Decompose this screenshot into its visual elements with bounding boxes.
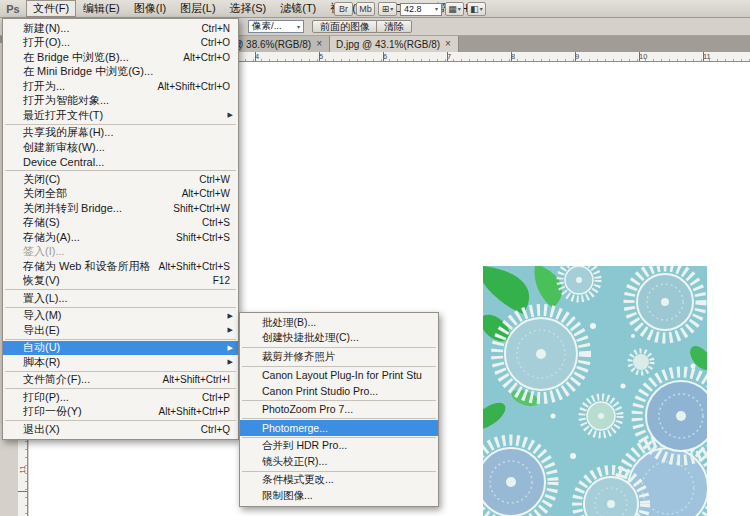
automate-submenu-item[interactable]: 创建快捷批处理(C)... [240, 331, 438, 347]
menu-item-shortcut: Shift+Ctrl+S [176, 232, 230, 243]
front-image-button[interactable]: 前面的图像 [312, 20, 378, 33]
automate-submenu-item[interactable]: Canon Print Studio Pro... [240, 383, 438, 399]
file-menu-item[interactable]: 打开(O)...Ctrl+O [3, 36, 238, 51]
file-menu-item[interactable]: 导入(M)▶ [3, 309, 238, 324]
menu-item-label: 在 Mini Bridge 中浏览(G)... [23, 64, 222, 79]
menu-item-shortcut: Ctrl+S [202, 217, 230, 228]
launch-bridge-button[interactable]: Br [334, 2, 353, 16]
file-menu-item[interactable]: 自动(U)▶ [3, 341, 238, 356]
file-menu-item[interactable]: 关闭全部Alt+Ctrl+W [3, 187, 238, 202]
resolution-unit-select[interactable]: 像素/... ▾ [248, 20, 304, 33]
photoshop-window: Ps 文件(F)编辑(E)图像(I)图层(L)选择(S)滤镜(T)视图(V)窗口… [0, 0, 750, 516]
tab-title: D.jpg @ 43.1%(RGB/8) [336, 39, 440, 50]
file-menu-item[interactable]: 脚本(R)▶ [3, 355, 238, 370]
dot-shape [551, 414, 556, 419]
automate-submenu-item[interactable]: Photomerge... [240, 420, 438, 436]
automate-submenu-separator [242, 400, 436, 401]
menu-bar: Ps 文件(F)编辑(E)图像(I)图层(L)选择(S)滤镜(T)视图(V)窗口… [0, 0, 750, 18]
file-menu-item[interactable]: 在 Bridge 中浏览(B)...Alt+Ctrl+O [3, 50, 238, 65]
menu-item-label: 裁剪并修齐照片 [262, 350, 422, 364]
menu-item-label: Photomerge... [262, 422, 422, 434]
document-tab[interactable]: D.jpg @ 43.1%(RGB/8)× [330, 36, 459, 52]
file-menu-item[interactable]: 打开为智能对象... [3, 94, 238, 109]
file-menu-item[interactable]: 存储为(A)...Shift+Ctrl+S [3, 230, 238, 245]
zoom-level-box[interactable]: 42.8▾ [400, 3, 442, 16]
file-menu-item[interactable]: 打印(P)...Ctrl+P [3, 390, 238, 405]
automate-submenu-separator [242, 347, 436, 348]
file-menu-item[interactable]: 在 Mini Bridge 中浏览(G)... [3, 65, 238, 80]
menu-item-label: 批处理(B)... [262, 316, 422, 330]
menu-item-shortcut: Alt+Shift+Ctrl+O [157, 81, 230, 92]
file-menu-item[interactable]: 打印一份(Y)Alt+Shift+Ctrl+P [3, 405, 238, 420]
file-menu-item[interactable]: 创建新审核(W)... [3, 140, 238, 155]
dot-shape [691, 364, 696, 369]
ruler-number: 11 [18, 466, 27, 474]
menu-item-label: 在 Bridge 中浏览(B)... [23, 50, 175, 65]
menubar-item-filter[interactable]: 滤镜(T) [273, 0, 323, 17]
launch-mini-bridge-button[interactable]: Mb [356, 2, 375, 16]
file-menu-item[interactable]: 共享我的屏幕(H)... [3, 126, 238, 141]
automate-submenu-item[interactable]: 裁剪并修齐照片 [240, 349, 438, 365]
menu-item-label: PhotoZoom Pro 7... [262, 403, 422, 415]
automate-submenu-item[interactable]: 批处理(B)... [240, 315, 438, 331]
dropdown-arrow-icon: ▾ [458, 6, 461, 12]
menubar-item-image[interactable]: 图像(I) [127, 0, 173, 17]
file-menu-item[interactable]: 打开为...Alt+Shift+Ctrl+O [3, 79, 238, 94]
submenu-arrow-icon: ▶ [228, 312, 233, 320]
ruler-number: 6 [383, 52, 387, 61]
file-menu-item[interactable]: 存储(S)Ctrl+S [3, 216, 238, 231]
file-menu-item[interactable]: 关闭(C)Ctrl+W [3, 172, 238, 187]
file-menu-item[interactable]: 最近打开文件(T)▶ [3, 108, 238, 123]
menu-item-label: 关闭全部 [23, 186, 174, 201]
file-menu-item[interactable]: 存储为 Web 和设备所用格式(D)...Alt+Shift+Ctrl+S [3, 259, 238, 274]
file-menu-item[interactable]: 签入(I)... [3, 245, 238, 260]
screen-mode-button[interactable]: ◧▾ [467, 2, 486, 16]
file-menu-item[interactable]: Device Central... [3, 155, 238, 170]
dropdown-arrow-icon: ▾ [390, 6, 393, 12]
file-menu-item[interactable]: 文件简介(F)...Alt+Shift+Ctrl+I [3, 373, 238, 388]
automate-submenu-item[interactable]: 限制图像... [240, 488, 438, 504]
file-menu-item[interactable]: 置入(L)... [3, 291, 238, 306]
menu-item-label: 创建快捷批处理(C)... [262, 331, 422, 345]
view-extras-button[interactable]: ⊞▾ [378, 2, 397, 16]
ruler-number: 11 [703, 52, 711, 61]
document-image[interactable] [483, 266, 707, 516]
resolution-unit-value: 像素/... [252, 20, 282, 33]
menubar-item-select[interactable]: 选择(S) [223, 0, 274, 17]
automate-submenu-item[interactable]: Canon Layout Plug-In for Print Studio Pr… [240, 368, 438, 384]
launch-mini-bridge-button-icon: Mb [359, 5, 372, 14]
automate-submenu-item[interactable]: 镜头校正(R)... [240, 454, 438, 470]
menu-item-label: 恢复(V) [23, 273, 205, 288]
file-menu-item[interactable]: 退出(X)Ctrl+Q [3, 422, 238, 437]
dot-shape [621, 384, 626, 389]
arrange-documents-button[interactable]: ▦▾ [445, 2, 464, 16]
file-menu-item[interactable]: 新建(N)...Ctrl+N [3, 21, 238, 36]
automate-submenu-item[interactable]: 合并到 HDR Pro... [240, 439, 438, 455]
screen-mode-button-icon: ◧ [470, 5, 479, 14]
submenu-arrow-icon: ▶ [228, 358, 233, 366]
menubar-item-layer[interactable]: 图层(L) [173, 0, 222, 17]
automate-submenu-item[interactable]: 条件模式更改... [240, 473, 438, 489]
automate-submenu-separator [242, 366, 436, 367]
menubar-item-file[interactable]: 文件(F) [26, 0, 76, 17]
menu-item-label: 退出(X) [23, 422, 193, 437]
automate-submenu-item[interactable]: PhotoZoom Pro 7... [240, 402, 438, 418]
menu-item-label: 最近打开文件(T) [23, 108, 222, 123]
ruler-number: 8 [511, 52, 515, 61]
clear-button[interactable]: 清除 [376, 20, 412, 33]
file-menu-item[interactable]: 关闭并转到 Bridge...Shift+Ctrl+W [3, 201, 238, 216]
file-menu-item[interactable]: 恢复(V)F12 [3, 274, 238, 289]
file-menu-item[interactable]: 导出(E)▶ [3, 323, 238, 338]
menu-item-label: Canon Layout Plug-In for Print Studio Pr… [262, 369, 422, 381]
arrange-documents-button-icon: ▦ [448, 5, 457, 14]
view-extras-button-icon: ⊞ [382, 5, 390, 14]
dot-shape [631, 334, 635, 338]
close-tab-icon[interactable]: × [315, 39, 323, 49]
menubar-item-edit[interactable]: 编辑(E) [76, 0, 127, 17]
menu-item-label: 签入(I)... [23, 244, 222, 259]
dot-shape [570, 453, 576, 459]
menu-item-label: 导入(M) [23, 308, 222, 323]
menu-item-shortcut: Ctrl+O [201, 37, 230, 48]
close-tab-icon[interactable]: × [444, 39, 452, 49]
menu-item-label: 共享我的屏幕(H)... [23, 125, 222, 140]
